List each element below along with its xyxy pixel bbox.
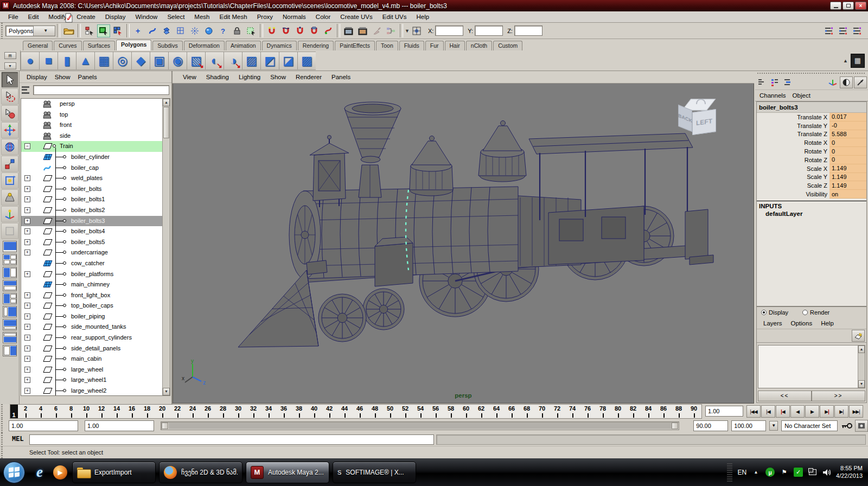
poly-combine-icon[interactable]: ◉ [168, 52, 187, 70]
panel-drag-handle[interactable] [757, 71, 866, 75]
channels-boxes-layout-icon[interactable] [769, 77, 781, 88]
range-end-handle[interactable] [672, 423, 678, 429]
frame-tick-2[interactable]: 2 [18, 405, 33, 418]
outliner-scrollbar[interactable]: ▲ ▼ [162, 99, 170, 395]
outliner-item-boiler-bolts1[interactable]: +boiler_bolts1 [21, 194, 170, 205]
menu-edit-mesh[interactable]: Edit Mesh [214, 12, 252, 21]
open-scene-icon[interactable] [62, 24, 75, 37]
go-to-start-button[interactable]: |◀◀ [746, 405, 761, 418]
poly-cube-icon[interactable]: ■ [39, 52, 58, 70]
step-back-key-button[interactable]: |◀ [776, 405, 790, 418]
select-deformations-icon[interactable] [174, 24, 187, 37]
viewport-menu-lighting[interactable]: Lighting [234, 73, 265, 81]
outliner-search-input[interactable] [33, 85, 169, 95]
range-slider-grip[interactable] [0, 419, 4, 433]
expander-plus-icon[interactable]: + [24, 314, 30, 319]
viewport-menu-shading[interactable]: Shading [201, 73, 234, 81]
frame-tick-48[interactable]: 48 [367, 405, 382, 418]
speed-control-icon[interactable] [840, 76, 853, 88]
outliner-filter-icon[interactable] [22, 86, 31, 94]
channel-object-name[interactable]: boiler_bolts3 [757, 102, 866, 113]
taskbar-button-autodesk-maya-2-[interactable]: MAutodesk Maya 2... [246, 462, 329, 483]
make-live-icon[interactable] [322, 24, 335, 37]
minimize-button[interactable] [830, 2, 841, 10]
frame-tick-42[interactable]: 42 [322, 405, 337, 418]
poly-pipe-icon[interactable]: ▣ [150, 52, 168, 70]
outliner-item-boiler-bolts2[interactable]: +boiler_bolts2 [21, 205, 170, 216]
outliner-menu-show[interactable]: Show [51, 73, 74, 81]
outliner-item-boiler-bolts[interactable]: +boiler_bolts [21, 184, 170, 195]
frame-tick-20[interactable]: 20 [155, 405, 170, 418]
outliner-item-side-detail-panels[interactable]: +side_detail_panels [21, 343, 170, 354]
layout-outliner-persp[interactable] [3, 306, 17, 317]
poly-cylinder-icon[interactable]: ▮ [58, 52, 76, 70]
menu-help[interactable]: Help [412, 12, 435, 21]
utorrent-icon[interactable]: µ [765, 468, 775, 477]
internet-explorer-icon[interactable]: e [31, 463, 48, 482]
frame-tick-70[interactable]: 70 [534, 405, 550, 418]
frame-tick-24[interactable]: 24 [185, 405, 200, 418]
poly-sphere-icon[interactable]: ● [21, 52, 39, 70]
shelf-tab-painteffects[interactable]: PaintEffects [335, 41, 375, 50]
frame-tick-10[interactable]: 10 [79, 405, 94, 418]
menu-file[interactable]: File [3, 12, 23, 21]
select-hierarchy-icon[interactable] [83, 24, 96, 37]
frame-tick-62[interactable]: 62 [474, 405, 489, 418]
maximize-button[interactable] [843, 2, 854, 10]
status-grip[interactable] [0, 23, 4, 39]
view-cube[interactable]: BACK LEFT [676, 97, 723, 140]
snap-curve-icon[interactable] [279, 24, 292, 37]
outliner-item-boiler-cap[interactable]: boiler_cap [21, 163, 170, 174]
frame-tick-66[interactable]: 66 [504, 405, 519, 418]
tray-expand-icon[interactable]: ▲ [751, 468, 761, 477]
range-bar[interactable] [169, 423, 674, 429]
outliner-item-large-wheel2[interactable]: +large_wheel2 [21, 386, 170, 396]
step-back-frame-button[interactable]: |◀ [761, 405, 775, 418]
frame-tick-40[interactable]: 40 [307, 405, 322, 418]
frame-tick-56[interactable]: 56 [428, 405, 443, 418]
play-forwards-button[interactable]: ▶ [805, 405, 819, 418]
outliner-item-side-mounted-tanks[interactable]: +side_mounted_tanks [21, 322, 170, 332]
perspective-viewport[interactable]: ViewShadingLightingShowRendererPanels BA… [173, 71, 754, 404]
frame-tick-58[interactable]: 58 [443, 405, 458, 418]
layer-next-button[interactable]: >> [812, 391, 865, 401]
select-surfaces-icon[interactable] [160, 24, 173, 37]
step-forward-frame-button[interactable]: ▶| [834, 405, 848, 418]
frame-tick-16[interactable]: 16 [124, 405, 139, 418]
select-tool[interactable] [1, 72, 18, 88]
layer-menu-help[interactable]: Help [816, 319, 838, 328]
channel-value[interactable]: 0 [829, 138, 866, 147]
poly-cone-icon[interactable]: ▲ [76, 52, 94, 70]
lasso-tool[interactable] [1, 88, 18, 105]
menu-create-uvs[interactable]: Create UVs [335, 12, 377, 21]
render-current-icon[interactable] [342, 24, 355, 37]
channel-value[interactable]: 1.149 [829, 181, 866, 190]
scroll-down-icon[interactable]: ▼ [858, 380, 865, 388]
frame-tick-52[interactable]: 52 [398, 405, 413, 418]
snap-grid-icon[interactable] [265, 24, 278, 37]
select-misc-icon[interactable]: ? [216, 24, 229, 37]
frame-tick-38[interactable]: 38 [291, 405, 307, 418]
menu-edit[interactable]: Edit [23, 12, 44, 21]
menu-edit-uvs[interactable]: Edit UVs [378, 12, 412, 21]
y-input[interactable] [475, 25, 503, 36]
expander-plus-icon[interactable]: + [24, 346, 30, 351]
outliner-item-boiler-bolts4[interactable]: +boiler_bolts4 [21, 226, 170, 237]
shelf-tab-fluids[interactable]: Fluids [399, 41, 424, 50]
display-radio[interactable]: Display [761, 309, 788, 316]
timeline-track[interactable]: 1 24681012141618202224262830323436384042… [10, 404, 702, 419]
expander-plus-icon[interactable]: + [24, 324, 30, 330]
expander-plus-icon[interactable]: + [24, 207, 30, 213]
universal-manipulator-tool[interactable] [1, 172, 18, 189]
select-dynamics-icon[interactable] [188, 24, 201, 37]
outliner-item-top[interactable]: top [21, 110, 170, 120]
layout-four-pane[interactable] [3, 254, 17, 265]
expander-plus-icon[interactable]: + [24, 292, 30, 298]
volume-icon[interactable] [822, 468, 831, 477]
layer-menu-options[interactable]: Options [787, 319, 817, 328]
layout-uv-persp[interactable] [3, 345, 17, 356]
help-line-grip[interactable] [0, 446, 4, 458]
frame-tick-76[interactable]: 76 [580, 405, 595, 418]
ipr-render-icon[interactable] [356, 24, 369, 37]
viewport-canvas[interactable]: BACK LEFT x y z persp [173, 84, 754, 404]
